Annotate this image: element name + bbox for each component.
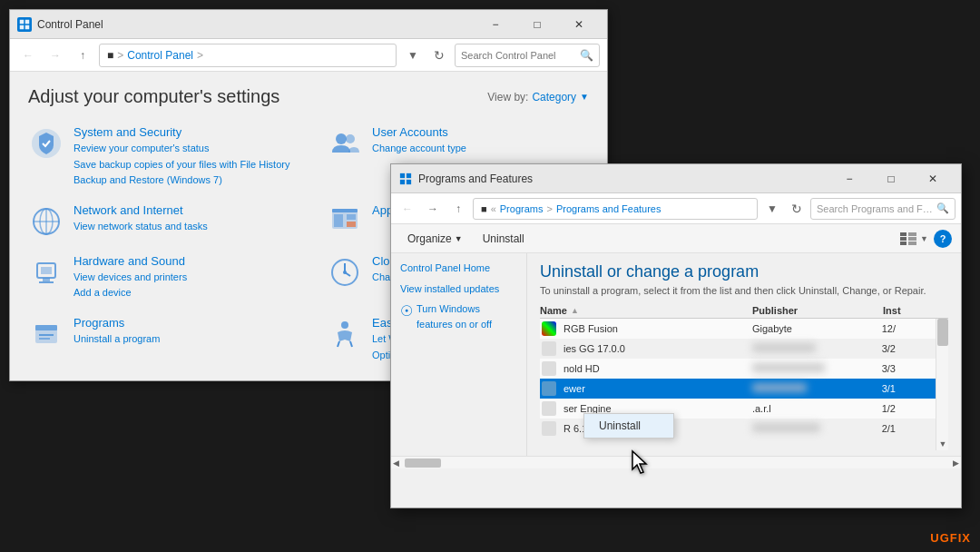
pf-dropdown-button[interactable]: ▼ <box>761 198 783 220</box>
programs-link1[interactable]: Uninstall a program <box>74 331 160 348</box>
pf-back-button[interactable]: ← <box>397 198 418 220</box>
col-installed-header[interactable]: Inst <box>883 305 948 316</box>
category-network: Network and Internet View network status… <box>28 203 290 240</box>
svg-point-5 <box>336 133 347 144</box>
titlebar-controls: − □ ✕ <box>475 10 600 39</box>
col-publisher-header[interactable]: Publisher <box>752 305 883 316</box>
help-button[interactable]: ? <box>934 230 952 248</box>
back-button[interactable]: ← <box>17 44 39 66</box>
close-button[interactable]: ✕ <box>558 10 600 39</box>
pf-forward-button[interactable]: → <box>422 198 444 220</box>
svg-rect-36 <box>908 232 916 236</box>
user-accounts-title[interactable]: User Accounts <box>372 125 466 139</box>
uninstall-label: Uninstall <box>483 232 524 245</box>
pf-minimize-button[interactable]: − <box>828 164 870 193</box>
hscroll-right-btn[interactable]: ▶ <box>951 458 961 468</box>
dropdown-button[interactable]: ▼ <box>402 44 424 66</box>
hardware-icon <box>28 254 64 291</box>
search-box[interactable]: 🔍 <box>455 44 600 67</box>
svg-rect-17 <box>41 267 52 274</box>
pf-breadcrumb-programs[interactable]: Programs <box>500 203 544 214</box>
watermark-suffix: FIX <box>950 531 971 545</box>
col-name-label: Name <box>540 305 567 316</box>
network-title[interactable]: Network and Internet <box>74 203 208 217</box>
pf-search-box[interactable]: Search Programs and Features 🔍 <box>810 198 956 220</box>
hardware-link2[interactable]: Add a device <box>74 285 187 301</box>
table-row[interactable]: nold HD 3/3 <box>540 359 948 379</box>
svg-point-6 <box>346 134 355 143</box>
breadcrumb-control-panel[interactable]: Control Panel <box>127 49 193 62</box>
turn-features-link[interactable]: Turn Windows features on or off <box>416 301 517 331</box>
horizontal-scrollbar[interactable]: ◀ ▶ <box>391 456 961 468</box>
svg-point-23 <box>343 271 347 274</box>
pf-heading: Uninstall or change a program <box>540 262 948 281</box>
svg-rect-1 <box>25 19 30 24</box>
row-publisher: .a.r.l <box>752 403 882 414</box>
breadcrumb-icon: ■ <box>107 49 113 62</box>
hscroll-left-btn[interactable]: ◀ <box>391 458 401 468</box>
pf-icon <box>398 172 413 186</box>
view-by-value[interactable]: Category <box>532 91 576 104</box>
pf-refresh-button[interactable]: ↻ <box>787 199 807 219</box>
view-toggle: ▼ <box>900 232 928 245</box>
organize-button[interactable]: Organize ▼ <box>400 231 470 247</box>
uninstall-button[interactable]: Uninstall <box>475 231 532 247</box>
refresh-button[interactable]: ↻ <box>429 45 449 65</box>
table-row[interactable]: RGB Fusion Gigabyte 12/ <box>540 319 948 339</box>
scrollbar[interactable]: ▼ <box>936 319 948 450</box>
system-security-link1[interactable]: Review your computer's status <box>74 141 289 157</box>
pf-close-button[interactable]: ✕ <box>912 164 954 193</box>
user-accounts-text: User Accounts Change account type <box>372 125 466 157</box>
cp-heading: Adjust your computer's settings <box>28 86 279 107</box>
svg-rect-26 <box>39 334 54 336</box>
maximize-button[interactable]: □ <box>516 10 558 39</box>
table-row[interactable]: ewer 3/1 <box>540 379 948 399</box>
row-publisher <box>752 343 882 354</box>
pf-layout: Control Panel Home View installed update… <box>391 253 961 456</box>
breadcrumb-separator2: > <box>197 49 203 62</box>
blurred-publisher <box>752 363 825 372</box>
programs-title[interactable]: Programs <box>74 316 160 330</box>
control-panel-title: Control Panel <box>37 18 475 31</box>
minimize-button[interactable]: − <box>475 10 516 39</box>
context-menu-uninstall[interactable]: Uninstall <box>584 414 673 438</box>
hardware-link1[interactable]: View devices and printers <box>74 270 187 286</box>
address-path[interactable]: ■ > Control Panel > <box>99 44 397 67</box>
row-name: ewer <box>542 381 752 396</box>
svg-rect-3 <box>25 25 30 29</box>
system-security-title[interactable]: System and Security <box>74 125 289 139</box>
hscroll-thumb[interactable] <box>405 458 441 468</box>
pf-maximize-button[interactable]: □ <box>870 164 912 193</box>
col-name-header[interactable]: Name ▲ <box>540 305 752 316</box>
search-input[interactable] <box>461 50 576 61</box>
user-accounts-link1[interactable]: Change account type <box>372 141 466 157</box>
pf-breadcrumb-icon: ■ <box>481 203 487 214</box>
hardware-title[interactable]: Hardware and Sound <box>74 254 187 268</box>
blurred-publisher <box>752 423 820 432</box>
row-icon <box>542 321 556 336</box>
scrollbar-down-button[interactable]: ▼ <box>936 438 948 450</box>
network-link1[interactable]: View network status and tasks <box>74 219 208 235</box>
row-name: ies GG 17.0.0 <box>542 341 752 356</box>
view-icon <box>900 232 916 245</box>
scrollbar-thumb[interactable] <box>937 319 948 346</box>
control-panel-home-link[interactable]: Control Panel Home <box>400 261 517 276</box>
category-hardware: Hardware and Sound View devices and prin… <box>28 254 290 301</box>
forward-button[interactable]: → <box>44 44 66 66</box>
pf-address-path[interactable]: ■ « Programs > Programs and Features <box>473 198 758 220</box>
row-name: RGB Fusion <box>542 321 752 336</box>
row-publisher <box>752 363 882 374</box>
pf-up-button[interactable]: ↑ <box>447 198 469 220</box>
pf-address-bar: ← → ↑ ■ « Programs > Programs and Featur… <box>391 193 961 224</box>
system-security-link3[interactable]: Backup and Restore (Windows 7) <box>74 172 289 189</box>
watermark: UGFIX <box>930 531 971 545</box>
pf-search-text: Search Programs and Features <box>817 203 933 214</box>
pf-breadcrumb-pf[interactable]: Programs and Features <box>556 203 662 214</box>
view-dropdown-arrow: ▼ <box>920 234 928 243</box>
system-security-link2[interactable]: Save backup copies of your files with Fi… <box>74 157 289 173</box>
row-publisher <box>752 383 882 394</box>
view-installed-updates-link[interactable]: View installed updates <box>400 281 517 297</box>
pf-breadcrumb-sep2: > <box>546 203 552 214</box>
up-button[interactable]: ↑ <box>72 44 93 66</box>
table-row[interactable]: ies GG 17.0.0 3/2 <box>540 339 948 359</box>
